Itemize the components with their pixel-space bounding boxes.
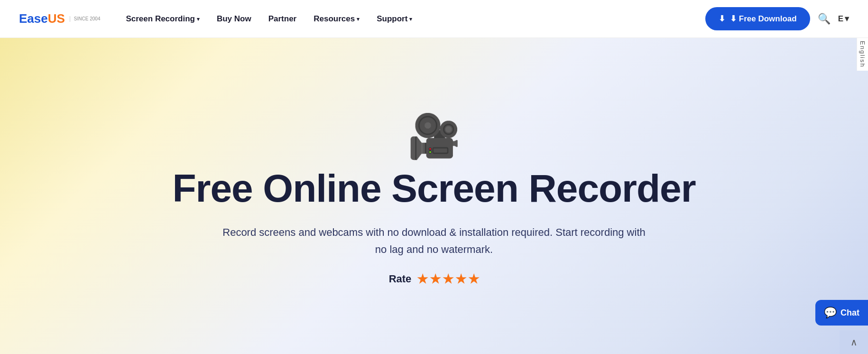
arrow-up-icon: ∧ [850, 336, 858, 348]
logo-ease: Ease [19, 11, 48, 26]
chat-icon: 💬 [824, 307, 837, 319]
star-4: ★ [455, 272, 466, 287]
scroll-to-top-button[interactable]: ∧ [840, 330, 868, 354]
search-icon: 🔍 [818, 13, 831, 25]
download-icon: ⬇ [719, 14, 725, 24]
hero-subtitle: Record screens and webcams with no downl… [221, 224, 647, 257]
logo-us: US [48, 11, 65, 26]
rate-label: Rate [389, 273, 412, 285]
star-2: ★ [430, 272, 441, 287]
chat-widget[interactable]: 💬 Chat [815, 300, 868, 326]
logo[interactable]: EaseUS SINCE 2004 [19, 11, 100, 26]
search-button[interactable]: 🔍 [818, 13, 831, 25]
hero-section: 🎥 Free Online Screen Recorder Record scr… [0, 38, 868, 354]
chevron-down-icon: ▾ [197, 16, 200, 22]
nav-screen-recording[interactable]: Screen Recording ▾ [119, 10, 206, 28]
lang-vertical-text: English [857, 38, 868, 71]
star-rating: ★ ★ ★ ★ ★ [417, 272, 479, 287]
nav-items: Screen Recording ▾ Buy Now Partner Resou… [119, 10, 705, 28]
language-button[interactable]: E ▾ [838, 14, 849, 24]
chevron-down-icon: ▾ [409, 16, 412, 22]
hero-title: Free Online Screen Recorder [172, 167, 695, 210]
nav-resources[interactable]: Resources ▾ [307, 10, 366, 28]
chat-label: Chat [840, 308, 859, 318]
star-1: ★ [417, 272, 428, 287]
camera-icon: 🎥 [407, 115, 461, 158]
free-download-button[interactable]: ⬇ ⬇ Free Download [705, 7, 810, 30]
nav-partner[interactable]: Partner [262, 10, 304, 28]
rating-row: Rate ★ ★ ★ ★ ★ [389, 272, 480, 287]
navbar: EaseUS SINCE 2004 Screen Recording ▾ Buy… [0, 0, 868, 38]
chevron-down-icon: ▾ [357, 16, 360, 22]
nav-right: ⬇ ⬇ Free Download 🔍 E ▾ [705, 7, 849, 30]
star-5: ★ [468, 272, 479, 287]
logo-since: SINCE 2004 [70, 16, 101, 22]
nav-buy-now[interactable]: Buy Now [210, 10, 258, 28]
star-3: ★ [443, 272, 453, 287]
nav-support[interactable]: Support ▾ [370, 10, 419, 28]
chevron-down-icon: ▾ [845, 14, 849, 24]
